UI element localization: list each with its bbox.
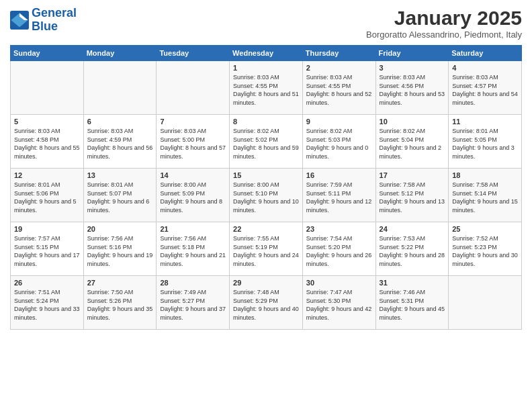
calendar-cell: 15Sunrise: 8:00 AM Sunset: 5:10 PM Dayli… [230, 169, 303, 222]
calendar-cell [157, 61, 230, 115]
day-number: 19 [14, 225, 80, 233]
day-info: Sunrise: 7:49 AM Sunset: 5:27 PM Dayligh… [160, 288, 226, 322]
day-info: Sunrise: 7:50 AM Sunset: 5:26 PM Dayligh… [87, 288, 153, 322]
calendar-cell: 23Sunrise: 7:54 AM Sunset: 5:20 PM Dayli… [302, 222, 375, 276]
day-number: 25 [452, 225, 518, 233]
calendar-cell: 8Sunrise: 8:02 AM Sunset: 5:02 PM Daylig… [230, 115, 303, 169]
month-title: January 2025 [366, 7, 522, 30]
calendar-cell: 28Sunrise: 7:49 AM Sunset: 5:27 PM Dayli… [157, 276, 230, 330]
calendar-cell: 7Sunrise: 8:03 AM Sunset: 5:00 PM Daylig… [157, 115, 230, 169]
calendar-week-3: 12Sunrise: 8:01 AM Sunset: 5:06 PM Dayli… [11, 169, 522, 222]
day-number: 10 [380, 118, 445, 126]
calendar-cell: 13Sunrise: 8:01 AM Sunset: 5:07 PM Dayli… [83, 169, 157, 222]
location: Borgoratto Alessandrino, Piedmont, Italy [366, 30, 522, 40]
day-info: Sunrise: 7:47 AM Sunset: 5:30 PM Dayligh… [306, 288, 372, 322]
calendar-cell: 12Sunrise: 8:01 AM Sunset: 5:06 PM Dayli… [11, 169, 84, 222]
day-info: Sunrise: 8:01 AM Sunset: 5:05 PM Dayligh… [452, 127, 518, 161]
logo-text: General Blue [32, 7, 77, 34]
day-info: Sunrise: 7:48 AM Sunset: 5:29 PM Dayligh… [233, 288, 299, 322]
header: General Blue January 2025 Borgoratto Ale… [10, 7, 522, 40]
day-number: 30 [306, 279, 372, 287]
day-info: Sunrise: 8:03 AM Sunset: 4:59 PM Dayligh… [87, 127, 153, 161]
header-monday: Monday [83, 46, 157, 61]
day-info: Sunrise: 8:01 AM Sunset: 5:06 PM Dayligh… [14, 181, 80, 214]
header-friday: Friday [375, 46, 449, 61]
day-number: 12 [14, 171, 80, 179]
day-number: 9 [306, 118, 372, 126]
logo-line2: Blue [32, 19, 58, 33]
day-info: Sunrise: 7:53 AM Sunset: 5:22 PM Dayligh… [380, 234, 445, 268]
header-wednesday: Wednesday [230, 46, 303, 61]
day-info: Sunrise: 7:46 AM Sunset: 5:31 PM Dayligh… [380, 288, 445, 322]
day-info: Sunrise: 8:03 AM Sunset: 4:57 PM Dayligh… [452, 73, 518, 107]
day-info: Sunrise: 7:58 AM Sunset: 5:12 PM Dayligh… [380, 181, 445, 214]
day-info: Sunrise: 7:56 AM Sunset: 5:16 PM Dayligh… [87, 234, 153, 268]
calendar-cell: 3Sunrise: 8:03 AM Sunset: 4:56 PM Daylig… [375, 61, 449, 115]
day-number: 28 [160, 279, 226, 287]
header-row: Sunday Monday Tuesday Wednesday Thursday… [11, 46, 522, 61]
day-info: Sunrise: 8:03 AM Sunset: 4:56 PM Dayligh… [380, 73, 445, 107]
day-number: 27 [87, 279, 153, 287]
title-section: January 2025 Borgoratto Alessandrino, Pi… [366, 7, 522, 40]
calendar-cell: 22Sunrise: 7:55 AM Sunset: 5:19 PM Dayli… [230, 222, 303, 276]
calendar-cell: 17Sunrise: 7:58 AM Sunset: 5:12 PM Dayli… [375, 169, 449, 222]
calendar-cell: 19Sunrise: 7:57 AM Sunset: 5:15 PM Dayli… [11, 222, 84, 276]
day-info: Sunrise: 7:59 AM Sunset: 5:11 PM Dayligh… [306, 181, 372, 214]
header-sunday: Sunday [11, 46, 84, 61]
day-number: 26 [14, 279, 80, 287]
day-info: Sunrise: 8:01 AM Sunset: 5:07 PM Dayligh… [87, 181, 153, 214]
day-number: 6 [87, 118, 153, 126]
day-info: Sunrise: 8:02 AM Sunset: 5:03 PM Dayligh… [306, 127, 372, 161]
calendar-header: Sunday Monday Tuesday Wednesday Thursday… [11, 46, 522, 61]
day-number: 21 [160, 225, 226, 233]
day-number: 18 [452, 171, 518, 179]
day-number: 3 [380, 64, 445, 72]
day-number: 7 [160, 118, 226, 126]
header-saturday: Saturday [449, 46, 522, 61]
calendar-cell: 6Sunrise: 8:03 AM Sunset: 4:59 PM Daylig… [83, 115, 157, 169]
day-info: Sunrise: 7:57 AM Sunset: 5:15 PM Dayligh… [14, 234, 80, 268]
calendar-cell [83, 61, 157, 115]
day-info: Sunrise: 8:02 AM Sunset: 5:04 PM Dayligh… [380, 127, 445, 161]
day-number: 24 [380, 225, 445, 233]
calendar-cell: 26Sunrise: 7:51 AM Sunset: 5:24 PM Dayli… [11, 276, 84, 330]
calendar-cell: 4Sunrise: 8:03 AM Sunset: 4:57 PM Daylig… [449, 61, 522, 115]
logo-icon [10, 11, 29, 30]
day-number: 2 [306, 64, 372, 72]
header-tuesday: Tuesday [157, 46, 230, 61]
day-number: 11 [452, 118, 518, 126]
calendar-week-5: 26Sunrise: 7:51 AM Sunset: 5:24 PM Dayli… [11, 276, 522, 330]
day-number: 4 [452, 64, 518, 72]
calendar-body: 1Sunrise: 8:03 AM Sunset: 4:55 PM Daylig… [11, 61, 522, 330]
header-thursday: Thursday [302, 46, 375, 61]
calendar-cell: 21Sunrise: 7:56 AM Sunset: 5:18 PM Dayli… [157, 222, 230, 276]
day-info: Sunrise: 8:03 AM Sunset: 4:55 PM Dayligh… [233, 73, 299, 107]
day-info: Sunrise: 7:54 AM Sunset: 5:20 PM Dayligh… [306, 234, 372, 268]
day-number: 16 [306, 171, 372, 179]
day-info: Sunrise: 8:03 AM Sunset: 5:00 PM Dayligh… [160, 127, 226, 161]
day-number: 29 [233, 279, 299, 287]
calendar-cell: 24Sunrise: 7:53 AM Sunset: 5:22 PM Dayli… [375, 222, 449, 276]
calendar-cell: 5Sunrise: 8:03 AM Sunset: 4:58 PM Daylig… [11, 115, 84, 169]
day-number: 1 [233, 64, 299, 72]
day-info: Sunrise: 7:58 AM Sunset: 5:14 PM Dayligh… [452, 181, 518, 214]
calendar-cell: 10Sunrise: 8:02 AM Sunset: 5:04 PM Dayli… [375, 115, 449, 169]
calendar-cell: 1Sunrise: 8:03 AM Sunset: 4:55 PM Daylig… [230, 61, 303, 115]
day-number: 23 [306, 225, 372, 233]
calendar-week-1: 1Sunrise: 8:03 AM Sunset: 4:55 PM Daylig… [11, 61, 522, 115]
day-info: Sunrise: 7:52 AM Sunset: 5:23 PM Dayligh… [452, 234, 518, 268]
day-info: Sunrise: 7:51 AM Sunset: 5:24 PM Dayligh… [14, 288, 80, 322]
day-number: 8 [233, 118, 299, 126]
calendar-cell [11, 61, 84, 115]
calendar-cell: 25Sunrise: 7:52 AM Sunset: 5:23 PM Dayli… [449, 222, 522, 276]
calendar-cell: 20Sunrise: 7:56 AM Sunset: 5:16 PM Dayli… [83, 222, 157, 276]
day-number: 13 [87, 171, 153, 179]
calendar-cell: 11Sunrise: 8:01 AM Sunset: 5:05 PM Dayli… [449, 115, 522, 169]
day-info: Sunrise: 7:55 AM Sunset: 5:19 PM Dayligh… [233, 234, 299, 268]
calendar-cell: 30Sunrise: 7:47 AM Sunset: 5:30 PM Dayli… [302, 276, 375, 330]
calendar-cell: 18Sunrise: 7:58 AM Sunset: 5:14 PM Dayli… [449, 169, 522, 222]
calendar-cell: 27Sunrise: 7:50 AM Sunset: 5:26 PM Dayli… [83, 276, 157, 330]
day-number: 22 [233, 225, 299, 233]
calendar-cell: 29Sunrise: 7:48 AM Sunset: 5:29 PM Dayli… [230, 276, 303, 330]
calendar-cell: 14Sunrise: 8:00 AM Sunset: 5:09 PM Dayli… [157, 169, 230, 222]
